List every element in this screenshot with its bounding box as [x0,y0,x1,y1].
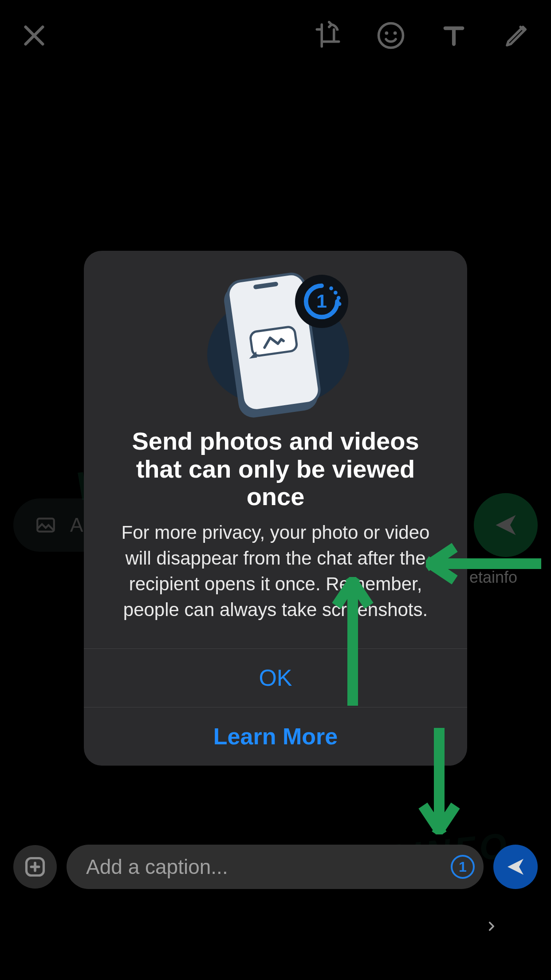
caption-input[interactable]: Add a caption... 1 [67,845,484,889]
learn-more-button[interactable]: Learn More [213,723,338,750]
svg-point-5 [337,296,341,300]
chevron-right-icon [484,919,499,936]
view-once-modal: 1 Send photos and videos that can only b… [84,251,467,766]
ok-button[interactable]: OK [259,664,292,691]
view-once-toggle[interactable]: 1 [451,855,475,879]
modal-learn-more-row: Learn More [84,707,467,766]
modal-ok-row: OK [84,648,467,707]
send-icon [505,856,526,877]
caption-bar: Add a caption... 1 [13,842,538,891]
plus-icon [24,855,47,878]
view-once-badge-icon: 1 [301,281,342,322]
svg-point-6 [338,302,342,306]
modal-body: 1 Send photos and videos that can only b… [84,251,467,648]
modal-title: Send photos and videos that can only be … [109,427,442,511]
caption-placeholder: Add a caption... [86,855,228,879]
view-once-badge: 1 [295,275,348,328]
svg-point-7 [329,286,333,290]
message-bubble [248,325,299,358]
add-media-button[interactable] [13,845,57,889]
svg-point-4 [334,291,338,295]
image-icon [260,331,287,352]
send-button[interactable] [493,845,538,889]
modal-description: For more privacy, your photo or video wi… [109,520,442,623]
modal-illustration: 1 [191,273,360,415]
svg-text:1: 1 [316,290,327,312]
phone-notch [253,281,279,289]
